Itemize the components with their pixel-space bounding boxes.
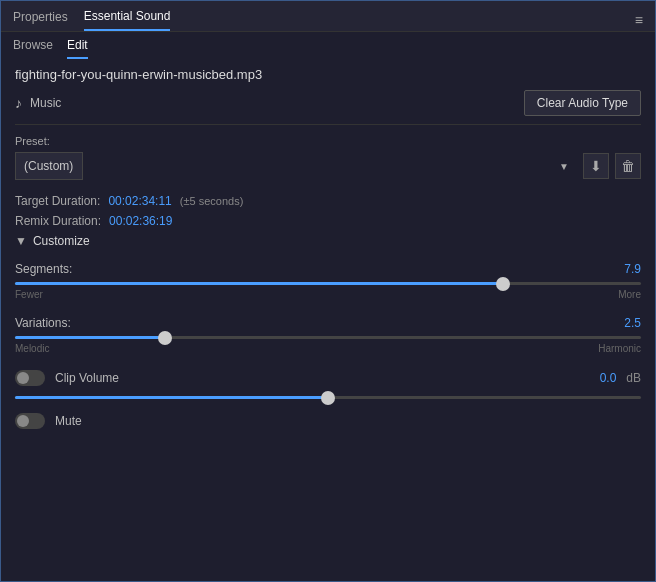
delete-preset-button[interactable]: 🗑 [615,153,641,179]
variations-track[interactable] [15,336,641,339]
variations-label: Variations: [15,316,71,330]
main-panel: Properties Essential Sound ≡ Browse Edit… [0,0,656,582]
segments-thumb[interactable] [496,277,510,291]
preset-label: Preset: [15,135,641,147]
segments-max-label: More [618,289,641,300]
content-area: Preset: (Custom) ▼ ⬇ 🗑 Target Duration: … [1,125,655,581]
filename: fighting-for-you-quinn-erwin-musicbed.mp… [15,67,262,82]
clip-volume-row: Clip Volume 0.0 dB [15,370,641,386]
preset-select[interactable]: (Custom) [15,152,83,180]
clear-audio-button[interactable]: Clear Audio Type [524,90,641,116]
variations-thumb[interactable] [158,331,172,345]
clip-volume-track[interactable] [15,396,641,399]
segments-label: Segments: [15,262,72,276]
mute-toggle-knob [17,415,29,427]
audio-type-row: ♪ Music Clear Audio Type [1,86,655,124]
audio-type-left: ♪ Music [15,95,61,111]
segments-section: Segments: 7.9 Fewer More [15,262,641,300]
sub-tab-edit[interactable]: Edit [67,38,88,59]
preset-select-wrapper: (Custom) ▼ [15,152,577,180]
tab-essential-sound[interactable]: Essential Sound [84,9,171,31]
variations-value: 2.5 [624,316,641,330]
remix-duration-value: 00:02:36:19 [109,214,172,228]
sub-tab-browse[interactable]: Browse [13,38,53,59]
audio-type-label: Music [30,96,61,110]
remix-duration-label: Remix Duration: [15,214,101,228]
clip-volume-thumb[interactable] [321,391,335,405]
variations-section: Variations: 2.5 Melodic Harmonic [15,316,641,354]
customize-label: Customize [33,234,90,248]
variations-header: Variations: 2.5 [15,316,641,330]
target-duration-value: 00:02:34:11 [108,194,171,208]
segments-track[interactable] [15,282,641,285]
variations-labels: Melodic Harmonic [15,343,641,354]
variations-max-label: Harmonic [598,343,641,354]
clip-volume-value: 0.0 [600,371,617,385]
segments-labels: Fewer More [15,289,641,300]
select-arrow-icon: ▼ [559,161,569,172]
clip-volume-unit: dB [626,371,641,385]
clip-volume-toggle[interactable] [15,370,45,386]
menu-icon[interactable]: ≡ [635,12,643,28]
music-icon: ♪ [15,95,22,111]
clip-volume-label: Clip Volume [55,371,119,385]
filename-row: fighting-for-you-quinn-erwin-musicbed.mp… [1,59,655,86]
mute-toggle[interactable] [15,413,45,429]
variations-min-label: Melodic [15,343,49,354]
clip-volume-fill [15,396,328,399]
clip-volume-slider-section [15,396,641,399]
segments-fill [15,282,503,285]
segments-header: Segments: 7.9 [15,262,641,276]
customize-row[interactable]: ▼ Customize [15,234,641,248]
remix-duration-row: Remix Duration: 00:02:36:19 [15,214,641,228]
segments-min-label: Fewer [15,289,43,300]
mute-row: Mute [15,413,641,429]
target-duration-label: Target Duration: [15,194,100,208]
panel-header: Properties Essential Sound ≡ [1,1,655,32]
preset-row: (Custom) ▼ ⬇ 🗑 [15,152,641,180]
target-duration-note: (±5 seconds) [180,195,244,207]
target-duration-row: Target Duration: 00:02:34:11 (±5 seconds… [15,194,641,208]
clip-volume-toggle-knob [17,372,29,384]
variations-fill [15,336,165,339]
sub-tabs: Browse Edit [1,32,655,59]
chevron-down-icon: ▼ [15,234,27,248]
tab-properties[interactable]: Properties [13,10,68,30]
save-preset-button[interactable]: ⬇ [583,153,609,179]
segments-value: 7.9 [624,262,641,276]
mute-label: Mute [55,414,82,428]
